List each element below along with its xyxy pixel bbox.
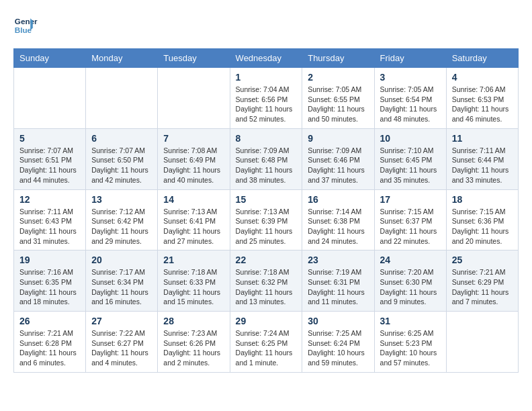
day-info: Sunrise: 7:24 AMSunset: 6:25 PMDaylight:…	[236, 328, 297, 368]
day-info: Sunrise: 7:21 AMSunset: 6:29 PMDaylight:…	[452, 267, 513, 307]
day-number: 21	[163, 255, 224, 265]
day-number: 22	[236, 255, 297, 265]
day-info: Sunrise: 7:19 AMSunset: 6:31 PMDaylight:…	[308, 267, 368, 307]
logo: General Blue	[13, 13, 40, 38]
calendar-cell: 1Sunrise: 7:04 AMSunset: 6:56 PMDaylight…	[230, 68, 302, 129]
calendar-cell: 5Sunrise: 7:07 AMSunset: 6:51 PMDaylight…	[14, 128, 86, 189]
day-number: 14	[163, 194, 224, 205]
day-number: 16	[308, 194, 368, 205]
day-number: 5	[19, 133, 80, 144]
day-number: 12	[19, 194, 80, 205]
day-number: 11	[452, 133, 513, 144]
svg-text:Blue: Blue	[15, 26, 32, 34]
day-number: 26	[19, 316, 80, 326]
day-number: 30	[308, 316, 368, 326]
calendar-cell: 31Sunrise: 6:25 AMSunset: 5:23 PMDayligh…	[374, 312, 446, 373]
calendar-cell: 9Sunrise: 7:09 AMSunset: 6:46 PMDaylight…	[302, 128, 374, 189]
calendar-week-row: 12Sunrise: 7:11 AMSunset: 6:43 PMDayligh…	[14, 189, 519, 250]
calendar-week-row: 19Sunrise: 7:16 AMSunset: 6:35 PMDayligh…	[14, 250, 519, 312]
day-info: Sunrise: 7:14 AMSunset: 6:38 PMDaylight:…	[308, 207, 368, 246]
calendar-cell: 13Sunrise: 7:12 AMSunset: 6:42 PMDayligh…	[86, 189, 158, 250]
day-info: Sunrise: 7:13 AMSunset: 6:39 PMDaylight:…	[236, 207, 297, 246]
day-info: Sunrise: 7:17 AMSunset: 6:34 PMDaylight:…	[91, 267, 152, 307]
day-number: 18	[452, 194, 513, 205]
day-info: Sunrise: 7:05 AMSunset: 6:54 PMDaylight:…	[380, 85, 441, 124]
day-number: 13	[91, 194, 152, 205]
day-number: 29	[236, 316, 297, 326]
day-info: Sunrise: 7:15 AMSunset: 6:36 PMDaylight:…	[452, 207, 513, 246]
calendar-cell: 3Sunrise: 7:05 AMSunset: 6:54 PMDaylight…	[374, 68, 446, 129]
page-header: General Blue	[13, 13, 519, 38]
day-number: 7	[163, 133, 224, 144]
calendar-cell: 15Sunrise: 7:13 AMSunset: 6:39 PMDayligh…	[230, 189, 302, 250]
day-info: Sunrise: 7:18 AMSunset: 6:32 PMDaylight:…	[236, 267, 297, 307]
calendar-cell: 10Sunrise: 7:10 AMSunset: 6:45 PMDayligh…	[374, 128, 446, 189]
calendar-cell: 29Sunrise: 7:24 AMSunset: 6:25 PMDayligh…	[230, 312, 302, 373]
day-number: 1	[236, 72, 297, 83]
day-number: 19	[19, 255, 80, 265]
svg-text:General: General	[15, 17, 38, 26]
day-number: 20	[91, 255, 152, 265]
day-info: Sunrise: 7:10 AMSunset: 6:45 PMDaylight:…	[380, 146, 441, 185]
calendar-cell	[446, 312, 518, 373]
calendar-cell: 18Sunrise: 7:15 AMSunset: 6:36 PMDayligh…	[446, 189, 518, 250]
weekday-header-thursday: Thursday	[302, 49, 374, 68]
calendar-cell: 19Sunrise: 7:16 AMSunset: 6:35 PMDayligh…	[14, 250, 86, 312]
day-info: Sunrise: 7:09 AMSunset: 6:48 PMDaylight:…	[236, 146, 297, 185]
day-number: 15	[236, 194, 297, 205]
calendar-cell: 12Sunrise: 7:11 AMSunset: 6:43 PMDayligh…	[14, 189, 86, 250]
calendar-cell: 26Sunrise: 7:21 AMSunset: 6:28 PMDayligh…	[14, 312, 86, 373]
calendar-cell	[86, 68, 158, 129]
calendar-cell: 6Sunrise: 7:07 AMSunset: 6:50 PMDaylight…	[86, 128, 158, 189]
day-info: Sunrise: 7:22 AMSunset: 6:27 PMDaylight:…	[91, 328, 152, 368]
calendar-week-row: 26Sunrise: 7:21 AMSunset: 6:28 PMDayligh…	[14, 312, 519, 373]
calendar-cell: 20Sunrise: 7:17 AMSunset: 6:34 PMDayligh…	[86, 250, 158, 312]
calendar-week-row: 5Sunrise: 7:07 AMSunset: 6:51 PMDaylight…	[14, 128, 519, 189]
day-info: Sunrise: 7:04 AMSunset: 6:56 PMDaylight:…	[236, 85, 297, 124]
day-number: 24	[380, 255, 441, 265]
day-number: 27	[91, 316, 152, 326]
weekday-header-wednesday: Wednesday	[230, 49, 302, 68]
day-info: Sunrise: 7:08 AMSunset: 6:49 PMDaylight:…	[163, 146, 224, 185]
day-info: Sunrise: 7:21 AMSunset: 6:28 PMDaylight:…	[19, 328, 80, 368]
weekday-header-row: SundayMondayTuesdayWednesdayThursdayFrid…	[14, 49, 519, 68]
calendar-cell: 24Sunrise: 7:20 AMSunset: 6:30 PMDayligh…	[374, 250, 446, 312]
day-info: Sunrise: 7:11 AMSunset: 6:43 PMDaylight:…	[19, 207, 80, 246]
calendar-week-row: 1Sunrise: 7:04 AMSunset: 6:56 PMDaylight…	[14, 68, 519, 129]
day-number: 6	[91, 133, 152, 144]
day-info: Sunrise: 7:25 AMSunset: 6:24 PMDaylight:…	[308, 328, 368, 368]
calendar-cell: 8Sunrise: 7:09 AMSunset: 6:48 PMDaylight…	[230, 128, 302, 189]
day-info: Sunrise: 7:15 AMSunset: 6:37 PMDaylight:…	[380, 207, 441, 246]
weekday-header-sunday: Sunday	[14, 49, 86, 68]
day-number: 2	[308, 72, 368, 83]
calendar-cell: 7Sunrise: 7:08 AMSunset: 6:49 PMDaylight…	[158, 128, 230, 189]
day-info: Sunrise: 7:07 AMSunset: 6:50 PMDaylight:…	[91, 146, 152, 185]
day-number: 10	[380, 133, 441, 144]
calendar-cell: 27Sunrise: 7:22 AMSunset: 6:27 PMDayligh…	[86, 312, 158, 373]
weekday-header-tuesday: Tuesday	[158, 49, 230, 68]
calendar-cell: 16Sunrise: 7:14 AMSunset: 6:38 PMDayligh…	[302, 189, 374, 250]
weekday-header-friday: Friday	[374, 49, 446, 68]
calendar-cell: 14Sunrise: 7:13 AMSunset: 6:41 PMDayligh…	[158, 189, 230, 250]
day-number: 25	[452, 255, 513, 265]
day-number: 9	[308, 133, 368, 144]
calendar-cell: 2Sunrise: 7:05 AMSunset: 6:55 PMDaylight…	[302, 68, 374, 129]
calendar-cell: 17Sunrise: 7:15 AMSunset: 6:37 PMDayligh…	[374, 189, 446, 250]
calendar-cell: 4Sunrise: 7:06 AMSunset: 6:53 PMDaylight…	[446, 68, 518, 129]
day-info: Sunrise: 7:23 AMSunset: 6:26 PMDaylight:…	[163, 328, 224, 368]
day-number: 4	[452, 72, 513, 83]
day-info: Sunrise: 7:07 AMSunset: 6:51 PMDaylight:…	[19, 146, 80, 185]
day-info: Sunrise: 6:25 AMSunset: 5:23 PMDaylight:…	[380, 328, 441, 368]
day-info: Sunrise: 7:06 AMSunset: 6:53 PMDaylight:…	[452, 85, 513, 124]
day-number: 8	[236, 133, 297, 144]
calendar-cell	[158, 68, 230, 129]
calendar-cell: 28Sunrise: 7:23 AMSunset: 6:26 PMDayligh…	[158, 312, 230, 373]
calendar-cell: 25Sunrise: 7:21 AMSunset: 6:29 PMDayligh…	[446, 250, 518, 312]
calendar-table: SundayMondayTuesdayWednesdayThursdayFrid…	[13, 48, 519, 373]
logo-icon: General Blue	[13, 13, 38, 38]
weekday-header-monday: Monday	[86, 49, 158, 68]
day-number: 28	[163, 316, 224, 326]
calendar-cell: 11Sunrise: 7:11 AMSunset: 6:44 PMDayligh…	[446, 128, 518, 189]
day-info: Sunrise: 7:18 AMSunset: 6:33 PMDaylight:…	[163, 267, 224, 307]
day-info: Sunrise: 7:12 AMSunset: 6:42 PMDaylight:…	[91, 207, 152, 246]
